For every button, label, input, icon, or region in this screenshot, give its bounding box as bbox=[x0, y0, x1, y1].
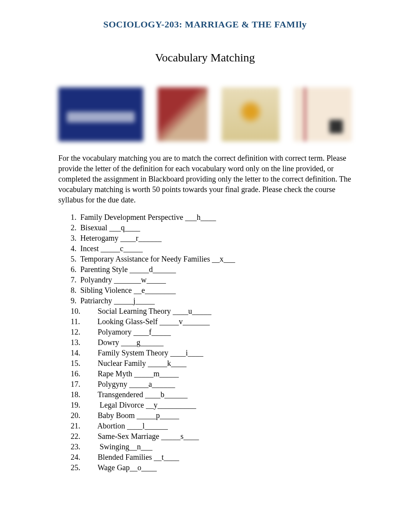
list-item: 1. Family Development Perspective ___h__… bbox=[71, 212, 352, 223]
list-item: 2. Bisexual ___q____ bbox=[71, 223, 352, 233]
vocabulary-list: 1. Family Development Perspective ___h__… bbox=[58, 212, 352, 473]
list-item: 15. Nuclear Family _____k____ bbox=[71, 358, 352, 369]
list-item: 23. Swinging__n___ bbox=[71, 442, 352, 452]
list-item: 11. Looking Glass-Self _____v_______ bbox=[71, 316, 352, 327]
course-header: SOCIOLOGY-203: MARRIAGE & THE FAMIly bbox=[0, 19, 410, 30]
instructions-text: For the vocabulary matching you are to m… bbox=[58, 153, 352, 205]
list-item: 19. Legal Divorce __y__________ bbox=[71, 400, 352, 410]
list-item: 12. Polyamory ____f_____ bbox=[71, 327, 352, 337]
list-item: 24. Blended Families __t____ bbox=[71, 452, 352, 462]
thumbnail-image-2 bbox=[158, 87, 208, 141]
list-item: 14. Family System Theory ____i____ bbox=[71, 348, 352, 358]
thumbnail-image-4 bbox=[294, 87, 352, 141]
list-item: 8. Sibling Violence __e________ bbox=[71, 285, 352, 296]
thumbnail-image-3 bbox=[222, 87, 280, 141]
list-item: 18. Transgendered ____b______ bbox=[71, 389, 352, 400]
list-item: 21. Abortion ____l______ bbox=[71, 421, 352, 431]
thumbnail-image-1 bbox=[58, 87, 143, 141]
list-item: 17. Polygyny _____a______ bbox=[71, 379, 352, 389]
image-row bbox=[58, 85, 352, 143]
list-item: 20. Baby Boom _____p_____ bbox=[71, 410, 352, 421]
list-item: 13. Dowry ____g______ bbox=[71, 337, 352, 348]
list-item: 4. Incest _____c_____ bbox=[71, 243, 352, 254]
list-item: 6. Parenting Style _____d______ bbox=[71, 264, 352, 275]
content-area: For the vocabulary matching you are to m… bbox=[58, 85, 352, 473]
list-item: 10. Social Learning Theory ____u_____ bbox=[71, 306, 352, 316]
list-item: 3. Heterogamy ____r______ bbox=[71, 233, 352, 243]
list-item: 5. Temporary Assistance for Needy Famili… bbox=[71, 254, 352, 264]
list-item: 16. Rape Myth _____m_____ bbox=[71, 369, 352, 379]
page-title: Vocabulary Matching bbox=[0, 51, 410, 64]
list-item: 9. Patriarchy _____j_____ bbox=[71, 296, 352, 306]
list-item: 22. Same-Sex Marriage _____s____ bbox=[71, 431, 352, 442]
list-item: 25. Wage Gap__o____ bbox=[71, 462, 352, 473]
list-item: 7. Polyandry _______w_____ bbox=[71, 275, 352, 285]
